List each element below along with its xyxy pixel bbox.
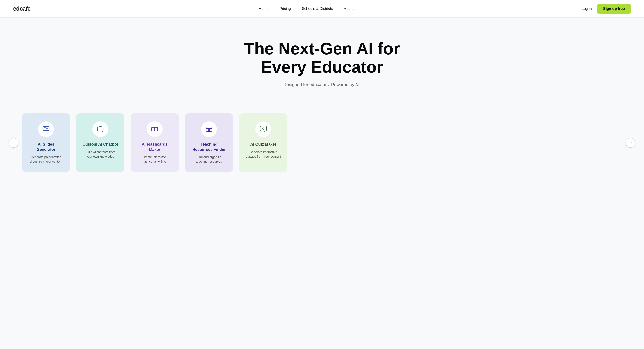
chatbot-icon-circle [92,121,108,137]
slides-icon [42,125,50,133]
quiz-icon [259,125,267,133]
feature-carousel: ← AI Slides Generator Generate presentat… [0,113,644,172]
svg-point-8 [101,128,102,129]
resources-card-title: Teaching Resources Finder [191,142,227,152]
card-ai-slides[interactable]: AI Slides Generator Generate presentatio… [22,113,70,172]
flashcards-card-title: AI Flashcards Maker [137,142,172,152]
quiz-card-desc: Generate interactive quizzes from your c… [245,150,281,159]
resources-icon [205,125,213,133]
svg-point-21 [263,130,264,130]
card-chatbot[interactable]: Custom AI Chatbot Build AI chatbots from… [76,113,124,172]
slides-icon-circle [38,121,54,137]
hero-title: The Next-Gen AI for Every Educator [234,39,410,76]
svg-rect-3 [44,127,46,129]
hero-section: The Next-Gen AI for Every Educator Desig… [0,17,644,113]
nav-about[interactable]: About [344,6,354,11]
navbar: edcafe Home Pricing Schools & Districts … [0,0,644,17]
flashcards-icon-circle [147,121,162,137]
carousel-next-button[interactable]: → [626,138,635,148]
svg-point-7 [99,128,100,129]
chatbot-icon [96,125,104,133]
nav-home[interactable]: Home [259,6,268,11]
nav-schools[interactable]: Schools & Districts [302,6,333,11]
nav-links: Home Pricing Schools & Districts About [30,6,582,11]
flashcards-card-desc: Create interactive flashcards with AI [137,155,172,164]
signup-button[interactable]: Sign up free [597,4,631,13]
login-button[interactable]: Log in [582,6,592,11]
logo[interactable]: edcafe [13,5,30,12]
resources-icon-circle [201,121,217,137]
slides-card-title: AI Slides Generator [28,142,64,152]
svg-rect-0 [43,126,49,131]
card-quiz[interactable]: AI Quiz Maker Generate interactive quizz… [239,113,288,172]
chatbot-card-desc: Build AI chatbots from your own knowledg… [82,150,118,159]
carousel-prev-button[interactable]: ← [9,138,18,148]
chatbot-card-title: Custom AI Chatbot [82,142,118,147]
flashcards-icon [151,125,158,133]
svg-rect-6 [98,127,103,131]
card-resources[interactable]: Teaching Resources Finder Find and organ… [185,113,233,172]
slides-card-desc: Generate presentation slides from your c… [28,155,64,164]
card-flashcards[interactable]: AI Flashcards Maker Create interactive f… [130,113,179,172]
quiz-card-title: AI Quiz Maker [250,142,276,147]
nav-actions: Log in Sign up free [582,4,631,13]
resources-card-desc: Find and organize teaching resources [191,155,227,164]
carousel-track: AI Slides Generator Generate presentatio… [22,113,622,172]
nav-pricing[interactable]: Pricing [280,6,291,11]
hero-subtitle: Designed for educators. Powered by AI. [9,82,635,87]
quiz-icon-circle [256,121,271,137]
